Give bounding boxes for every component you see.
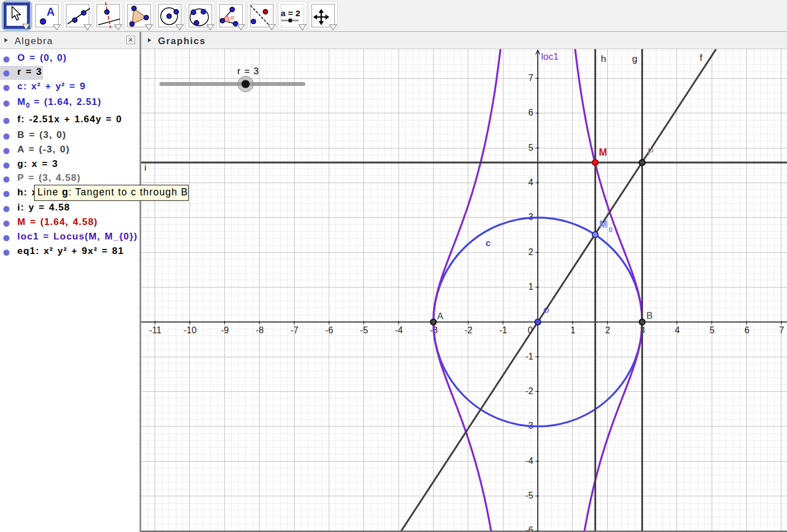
svg-text:α: α [231,13,234,21]
svg-text:-7: -7 [290,325,298,335]
svg-text:4: 4 [529,178,534,187]
svg-text:6: 6 [745,325,750,335]
svg-text:M: M [599,147,607,158]
svg-text:P: P [647,147,654,157]
svg-text:a = 2: a = 2 [281,8,300,18]
svg-text:6: 6 [529,108,534,117]
svg-text:r = 3: r = 3 [237,66,259,76]
svg-text:-2: -2 [525,386,533,396]
svg-text:O: O [544,306,550,314]
svg-text:-10: -10 [184,325,196,335]
svg-text:A: A [437,311,444,322]
svg-text:-2: -2 [464,325,472,335]
svg-text:-5: -5 [360,325,368,335]
svg-text:-8: -8 [256,325,263,335]
svg-text:4: 4 [675,325,680,335]
svg-text:1: 1 [529,282,534,291]
svg-text:2: 2 [529,247,534,257]
svg-text:M: M [599,219,608,230]
svg-text:2: 2 [605,325,610,335]
svg-text:5: 5 [709,325,714,335]
svg-text:1: 1 [570,325,575,335]
svg-text:7: 7 [529,73,534,83]
svg-text:0: 0 [609,226,613,234]
svg-text:f: f [700,52,703,63]
svg-text:A: A [47,6,55,18]
svg-text:i: i [145,162,147,173]
svg-text:7: 7 [779,325,784,335]
svg-text:loc1: loc1 [541,51,559,62]
svg-text:-4: -4 [395,325,402,335]
svg-text:-9: -9 [221,325,229,335]
svg-text:5: 5 [529,143,534,152]
svg-text:B: B [646,310,652,321]
svg-text:-1: -1 [499,325,507,335]
svg-text:-11: -11 [149,325,161,335]
svg-text:g: g [632,54,637,64]
svg-text:h: h [601,54,606,64]
svg-text:-4: -4 [525,456,533,466]
svg-text:-1: -1 [525,352,533,361]
svg-text:c: c [486,238,491,248]
svg-text:-6: -6 [325,325,333,335]
svg-text:-5: -5 [525,491,533,500]
